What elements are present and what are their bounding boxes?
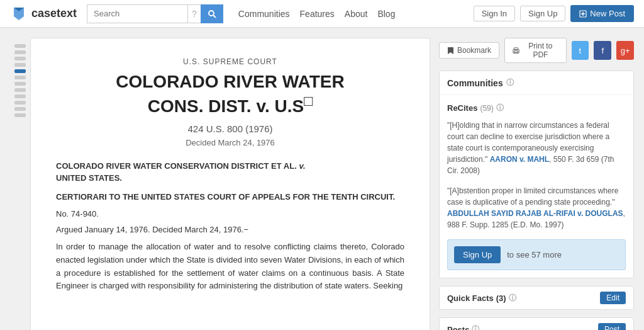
search-area: ? (87, 4, 223, 23)
posts-title: Posts ⓘ (447, 324, 479, 331)
newpost-button[interactable]: New Post (570, 5, 634, 22)
page-indicator-2 (14, 50, 26, 54)
bookmark-button[interactable]: Bookmark (439, 42, 499, 59)
doc-certiorari: CERTIORARI TO THE UNITED STATES COURT OF… (56, 191, 404, 203)
newpost-icon (579, 10, 587, 18)
page-indicator-3 (14, 57, 26, 60)
doc-decided: Decided March 24, 1976 (56, 138, 404, 147)
quickfacts-header: Quick Facts (3) ⓘ Edit (440, 287, 633, 309)
posts-header: Posts ⓘ Post (440, 318, 633, 330)
page-indicator-7 (14, 82, 26, 86)
svg-line-3 (213, 15, 216, 18)
communities-info-icon: ⓘ (506, 77, 514, 88)
page-indicator-1 (14, 44, 26, 48)
doc-no: No. 74-940. (56, 209, 404, 219)
posts-panel: Posts ⓘ Post (439, 317, 634, 330)
left-sidebar (10, 38, 30, 330)
signup-promo-button[interactable]: Sign Up (454, 246, 501, 263)
page-indicator-4 (14, 63, 26, 67)
twitter-share-button[interactable]: t (572, 41, 589, 60)
communities-body: ReCites (59) ⓘ "[H]olding that in narrow… (440, 95, 633, 278)
recites-header: ReCites (59) ⓘ (447, 103, 626, 113)
signup-promo: Sign Up to see 57 more (447, 239, 626, 270)
logo-icon (10, 5, 28, 23)
cite2-link[interactable]: ABDULLAH SAYID RAJAB AL-RIFAI v. DOUGLAS (447, 209, 623, 218)
communities-panel: Communities ⓘ ReCites (59) ⓘ "[H]olding … (439, 71, 634, 278)
quote-1: "[H]olding that in narrow circumstances … (447, 120, 626, 176)
header: casetext ? Communities Features About Bl… (0, 0, 644, 28)
page-indicator-11 (14, 107, 26, 111)
doc-parties: COLORADO RIVER WATER CONSERVATION DISTRI… (56, 160, 404, 185)
page-indicator-5 (14, 69, 26, 73)
page-indicator-10 (14, 101, 26, 105)
svg-rect-9 (514, 50, 518, 52)
doc-toolbar: Bookmark Print to PDF t f g+ (439, 38, 634, 63)
page-indicator-9 (14, 94, 26, 98)
quickfacts-panel: Quick Facts (3) ⓘ Edit (439, 286, 634, 310)
nav-communities[interactable]: Communities (238, 9, 290, 19)
gplus-share-button[interactable]: g+ (616, 41, 634, 60)
svg-point-2 (209, 11, 214, 16)
search-icon (208, 9, 216, 18)
posts-post-button[interactable]: Post (598, 323, 626, 330)
doc-citation: 424 U.S. 800 (1976) (56, 123, 404, 134)
logo[interactable]: casetext (10, 5, 77, 23)
doc-title: COLORADO RIVER WATER CONS. DIST. v. U.S□ (56, 71, 404, 117)
right-panel: Bookmark Print to PDF t f g+ Communities… (439, 38, 634, 330)
nav-blog[interactable]: Blog (377, 9, 395, 19)
quickfacts-info-icon: ⓘ (509, 293, 516, 304)
communities-header: Communities ⓘ (440, 71, 633, 95)
page-indicator-12 (14, 113, 26, 117)
nav-links: Communities Features About Blog (238, 9, 396, 19)
page-indicator-8 (14, 88, 26, 92)
quickfacts-title: Quick Facts (3) ⓘ (447, 293, 516, 304)
bookmark-icon (447, 47, 454, 55)
doc-body: In order to manage the allocation of wat… (56, 241, 404, 293)
promo-text: to see 57 more (507, 250, 562, 259)
doc-court: U.S. SUPREME COURT (56, 57, 404, 66)
print-button[interactable]: Print to PDF (504, 38, 566, 63)
header-right: Sign In Sign Up New Post (474, 5, 634, 22)
page-indicator-6 (14, 76, 26, 79)
quickfacts-edit-button[interactable]: Edit (600, 292, 626, 304)
document-area: U.S. SUPREME COURT COLORADO RIVER WATER … (30, 38, 430, 330)
search-button[interactable] (201, 4, 223, 23)
main-layout: U.S. SUPREME COURT COLORADO RIVER WATER … (0, 28, 644, 330)
nav-features[interactable]: Features (300, 9, 335, 19)
signin-button[interactable]: Sign In (474, 6, 515, 21)
posts-info-icon: ⓘ (472, 324, 479, 331)
doc-title-line1: COLORADO RIVER WATER (56, 71, 404, 93)
facebook-share-button[interactable]: f (594, 41, 611, 60)
cite1-link[interactable]: AARON v. MAHL (490, 155, 549, 164)
search-help-icon[interactable]: ? (187, 4, 201, 23)
recites-info-icon: ⓘ (496, 103, 504, 113)
search-input[interactable] (87, 4, 187, 23)
nav-about[interactable]: About (345, 9, 368, 19)
doc-title-line2: CONS. DIST. v. U.S□ (56, 93, 404, 117)
logo-text: casetext (31, 7, 77, 20)
print-icon (513, 47, 519, 55)
quote-2: "[A]bstention proper in limited circumst… (447, 185, 626, 230)
signup-button[interactable]: Sign Up (520, 6, 565, 21)
doc-argued: Argued January 14, 1976. Decided March 2… (56, 225, 404, 234)
